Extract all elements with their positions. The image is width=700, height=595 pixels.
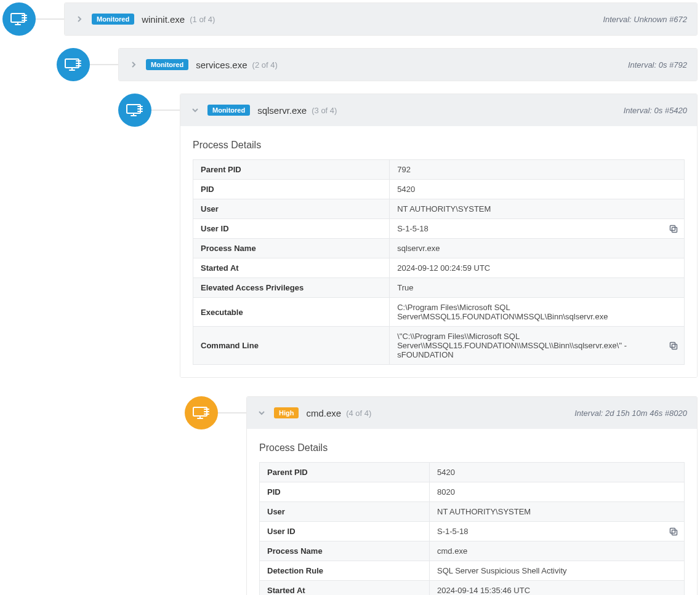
- table-row: PID8020: [260, 482, 685, 502]
- copy-icon[interactable]: [669, 527, 678, 536]
- tree-connector: [36, 18, 64, 20]
- interval-label: Interval: 0s #5420: [624, 106, 687, 115]
- process-icon: [2, 2, 36, 36]
- chevron-down-icon[interactable]: [190, 105, 200, 115]
- tree-connector: [151, 110, 180, 111]
- interval-label: Interval: 0s #792: [628, 60, 687, 70]
- process-tree-row: Monitored sqlservr.exe (3 of 4) Interval…: [118, 94, 698, 378]
- process-count: (1 of 4): [190, 15, 215, 24]
- table-row: Detection RuleSQL Server Suspicious Shel…: [260, 561, 685, 581]
- process-count: (3 of 4): [312, 106, 337, 115]
- table-row: Started At2024-09-12 00:24:59 UTC: [193, 258, 685, 278]
- details-heading: Process Details: [259, 442, 685, 453]
- process-icon: [57, 48, 90, 81]
- table-row: Elevated Access PrivilegesTrue: [193, 278, 685, 298]
- chevron-right-icon[interactable]: [129, 60, 139, 70]
- table-row: User IDS-1-5-18: [193, 219, 685, 239]
- details-table: Parent PID5420 PID8020 UserNT AUTHORITY\…: [259, 462, 685, 595]
- table-row: Process Namecmd.exe: [260, 541, 685, 561]
- interval-label: Interval: 2d 15h 10m 46s #8020: [574, 409, 687, 418]
- chevron-right-icon[interactable]: [74, 14, 84, 24]
- process-tree-row: Monitored services.exe (2 of 4) Interval…: [57, 48, 698, 81]
- status-badge: Monitored: [146, 59, 188, 70]
- table-row: Process Namesqlservr.exe: [193, 239, 685, 258]
- process-count: (2 of 4): [252, 60, 278, 70]
- interval-label: Interval: Unknown #672: [603, 15, 687, 24]
- details-table: Parent PID792 PID5420 UserNT AUTHORITY\S…: [193, 159, 685, 365]
- table-row: UserNT AUTHORITY\SYSTEM: [260, 502, 685, 522]
- process-header[interactable]: Monitored wininit.exe (1 of 4) Interval:…: [65, 3, 697, 35]
- process-name: cmd.exe: [306, 408, 341, 418]
- table-row: PID5420: [193, 180, 685, 199]
- status-badge: Monitored: [207, 105, 250, 116]
- process-icon: [185, 396, 218, 429]
- process-details-panel: Process Details Parent PID792 PID5420 Us…: [180, 126, 697, 377]
- process-tree-row: High cmd.exe (4 of 4) Interval: 2d 15h 1…: [185, 396, 698, 595]
- process-details-panel: Process Details Parent PID5420 PID8020 U…: [247, 429, 697, 595]
- process-name: sqlservr.exe: [257, 105, 307, 116]
- tree-connector: [90, 64, 118, 65]
- process-icon: [118, 94, 151, 127]
- table-row: Parent PID792: [193, 160, 685, 180]
- table-row: Parent PID5420: [260, 463, 685, 482]
- process-name: wininit.exe: [142, 14, 185, 25]
- status-badge: Monitored: [92, 14, 134, 25]
- process-header[interactable]: Monitored sqlservr.exe (3 of 4) Interval…: [180, 94, 697, 126]
- table-row: User IDS-1-5-18: [260, 522, 685, 541]
- chevron-down-icon[interactable]: [257, 408, 267, 418]
- process-header[interactable]: Monitored services.exe (2 of 4) Interval…: [119, 49, 697, 81]
- table-row: UserNT AUTHORITY\SYSTEM: [193, 199, 685, 219]
- tree-connector: [218, 412, 246, 413]
- table-row: Command Line\"C:\\Program Files\\Microso…: [193, 327, 685, 365]
- process-count: (4 of 4): [346, 409, 371, 418]
- details-heading: Process Details: [193, 140, 685, 151]
- process-name: services.exe: [196, 60, 247, 70]
- status-badge: High: [274, 407, 299, 418]
- table-row: ExecutableC:\Program Files\Microsoft SQL…: [193, 298, 685, 327]
- process-header[interactable]: High cmd.exe (4 of 4) Interval: 2d 15h 1…: [247, 397, 697, 429]
- copy-icon[interactable]: [669, 225, 678, 233]
- copy-icon[interactable]: [669, 341, 678, 350]
- process-tree-row: Monitored wininit.exe (1 of 4) Interval:…: [2, 2, 698, 36]
- table-row: Started At2024-09-14 15:35:46 UTC: [260, 581, 685, 596]
